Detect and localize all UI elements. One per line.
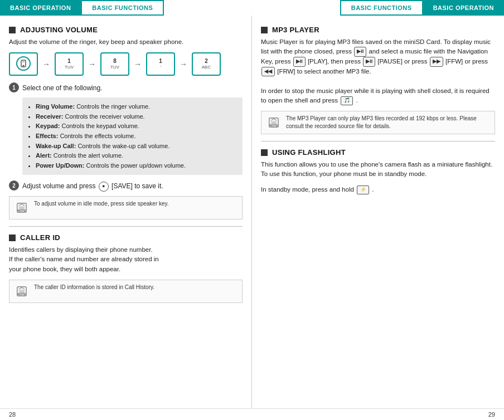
tab-basic-functions-left[interactable]: BASIC FUNCTIONS: [81, 0, 164, 16]
content-area: ADJUSTING VOLUME Adjust the volume of th…: [0, 16, 504, 408]
vol-icon-8-inner: 8 TUV: [110, 58, 119, 70]
section-flashlight: USING FLASHLIGHT: [261, 148, 495, 157]
section-caller-id: CALLER ID: [9, 233, 243, 242]
bullet-receiver: Receiver: Controls the receiver volume.: [36, 112, 236, 122]
divider-2: [261, 141, 495, 141]
vol-icon-8: 8 TUV: [100, 52, 129, 76]
bullet-wakeup: Wake-up Call: Controls the wake-up call …: [36, 141, 236, 152]
volume-icons-row: → 1 TUV → 8 TUV → 1 ⁻ →: [9, 52, 243, 76]
caller-id-desc: Identifies callers by displaying their p…: [9, 245, 243, 274]
arrow-right-2: →: [88, 60, 96, 69]
page-left: ADJUSTING VOLUME Adjust the volume of th…: [0, 16, 252, 408]
page-number-right: 29: [488, 411, 495, 418]
vol-icon-2: 2 ABC: [192, 52, 221, 76]
note-callerid-box: NOTE The caller ID information is stored…: [9, 280, 243, 303]
page-right: MP3 PLAYER Music Player is for playing M…: [252, 16, 504, 408]
section-square-icon-3: [261, 27, 268, 33]
section-mp3-player: MP3 PLAYER: [261, 26, 495, 34]
note-icon-1: NOTE: [14, 200, 30, 216]
bullet-list: Ring Volume: Controls the ringer volume.…: [22, 97, 243, 175]
bullet-effects: Effects: Controls the effects volume.: [36, 131, 236, 141]
note1-text: To adjust volume in idle mode, press sid…: [34, 200, 169, 208]
header-right: BASIC FUNCTIONS BASIC OPERATION: [252, 0, 504, 16]
section-square-icon: [9, 27, 16, 33]
step2-row: 2 Adjust volume and press ● [SAVE] to sa…: [9, 180, 243, 192]
key-frw: ◀◀: [261, 67, 275, 77]
bullet-ring-volume: Ring Volume: Controls the ringer volume.: [36, 102, 236, 112]
note-mp3-text: The MP3 Player can only play MP3 files r…: [286, 115, 490, 130]
note2-text: The caller ID information is stored in C…: [34, 284, 154, 291]
vol-icon-1b-inner: 1 ⁻: [159, 58, 162, 70]
step-2-circle: 2: [9, 180, 19, 191]
key-ffw: ▶▶: [430, 57, 443, 67]
step-1-circle: 1: [9, 82, 19, 92]
key-pause: ▶II: [363, 57, 375, 67]
svg-text:NOTE: NOTE: [17, 292, 26, 296]
tab-basic-operation-right[interactable]: BASIC OPERATION: [423, 0, 504, 16]
section-square-icon-4: [261, 149, 268, 156]
note-volume-box: NOTE To adjust volume in idle mode, pres…: [9, 196, 243, 219]
save-circle-icon: ●: [99, 182, 109, 192]
page-footer: 28 29: [0, 408, 504, 420]
note-icon-3: NOTE: [266, 115, 282, 130]
bullet-powerup: Power Up/Down: Controls the power up/dow…: [36, 161, 236, 171]
open-shell-icon: 🎵: [341, 96, 353, 105]
header-bar: BASIC OPERATION BASIC FUNCTIONS BASIC FU…: [0, 0, 504, 16]
svg-text:NOTE: NOTE: [269, 124, 278, 127]
bullet-keypad: Keypad: Controls the keypad volume.: [36, 121, 236, 131]
arrow-right-1: →: [42, 60, 50, 69]
bullet-alert: Alert: Controls the alert volume.: [36, 151, 236, 161]
flashlight-desc1: This function allows you to use the phon…: [261, 160, 495, 179]
caller-id-heading: CALLER ID: [20, 233, 60, 242]
vol-icon-1b: 1 ⁻: [146, 52, 175, 76]
section-square-icon-2: [9, 235, 16, 241]
vol-icon-1-inner: 1 TUV: [65, 58, 74, 70]
note-icon-2: NOTE: [14, 284, 30, 299]
vol-icon-phone: [9, 52, 38, 76]
step2-text: Adjust volume and press ● [SAVE] to save…: [22, 180, 163, 192]
vol-icon-2-inner: 2 ABC: [202, 58, 211, 70]
divider-1: [9, 226, 243, 227]
flashlight-key-icon: ⚡: [357, 185, 369, 194]
vol-icon-phone-inner: [16, 56, 31, 73]
tab-basic-functions-right[interactable]: BASIC FUNCTIONS: [340, 0, 423, 16]
adjusting-volume-desc: Adjust the volume of the ringer, key bee…: [9, 37, 243, 47]
key-play-2: ▶II: [293, 57, 306, 67]
step1-row: 1 Select one of the following.: [9, 82, 243, 93]
vol-icon-1: 1 TUV: [55, 52, 84, 76]
key-play-1: ▶II: [354, 47, 366, 57]
adjusting-volume-heading: ADJUSTING VOLUME: [20, 26, 98, 34]
svg-text:NOTE: NOTE: [17, 209, 26, 213]
tab-basic-operation-left[interactable]: BASIC OPERATION: [0, 0, 81, 16]
svg-point-1: [23, 65, 25, 66]
arrow-right-3: →: [134, 60, 142, 69]
svg-point-0: [17, 57, 30, 70]
arrow-right-4: →: [180, 60, 187, 69]
mp3-heading: MP3 PLAYER: [272, 26, 319, 34]
note-mp3-box: NOTE The MP3 Player can only play MP3 fi…: [261, 111, 495, 134]
section-adjusting-volume: ADJUSTING VOLUME: [9, 26, 243, 34]
header-left: BASIC OPERATION BASIC FUNCTIONS: [0, 0, 252, 16]
step1-text: Select one of the following.: [22, 82, 102, 93]
flashlight-desc2: In standby mode, press and hold ⚡ .: [261, 185, 495, 194]
step2-save-text: [SAVE] to save it.: [112, 182, 163, 190]
flashlight-heading: USING FLASHLIGHT: [272, 148, 346, 157]
mp3-desc: Music Player is for playing MP3 files sa…: [261, 37, 495, 105]
page-number-left: 28: [9, 411, 16, 418]
